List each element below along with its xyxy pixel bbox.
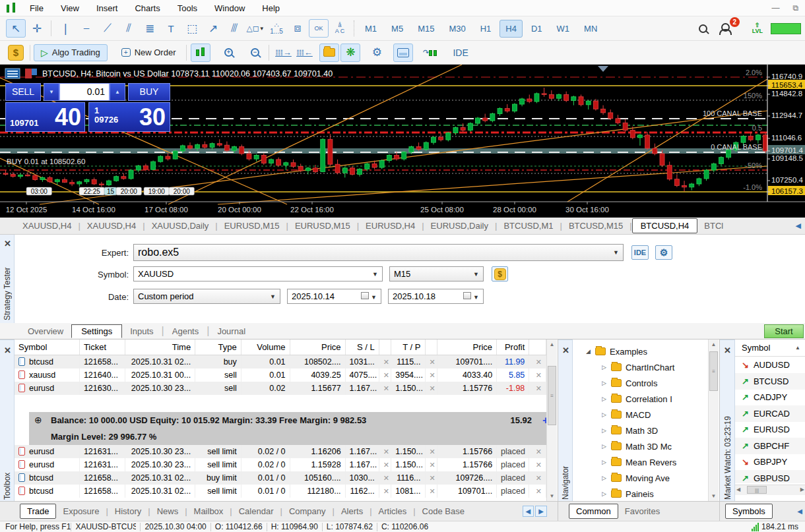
sell-price-display[interactable]: 109701 40: [5, 102, 85, 132]
volume-down-button[interactable]: ▼: [44, 83, 59, 101]
timeframe-h1[interactable]: H1: [474, 20, 498, 38]
tester-tab-journal[interactable]: Journal: [209, 325, 253, 338]
navigator-close-icon[interactable]: ✕: [562, 345, 569, 355]
tester-tab-overview[interactable]: Overview: [20, 325, 71, 338]
abc-objects-tool-icon[interactable]: åA C: [330, 19, 350, 38]
remove-sl-icon[interactable]: ✕: [379, 458, 391, 471]
buy-price-display[interactable]: 1 09726 30: [88, 102, 170, 132]
table-row[interactable]: btcusd121658...2025.10.31 02...buy0.0110…: [15, 355, 546, 369]
tab-scroll-right-icon[interactable]: ▶: [535, 506, 547, 517]
tree-item-chartinchart[interactable]: ▷ChartInChart: [602, 359, 708, 375]
scroll-down-icon[interactable]: ▼: [709, 491, 719, 501]
chart-tab-scroll-left-icon[interactable]: ◀: [792, 222, 805, 230]
market-watch-row-cadjpy[interactable]: ↗CADJPY: [735, 389, 805, 405]
expand-icon[interactable]: ▷: [602, 364, 610, 370]
chart-window-tool-icon[interactable]: ⧈: [288, 19, 307, 38]
tree-item-correlation-i[interactable]: ▷Correlation I: [602, 391, 708, 407]
chart-tab-4[interactable]: EURUSD,M15: [288, 219, 357, 233]
tab-articles[interactable]: Articles: [372, 504, 414, 518]
market-watch-hscrollbar[interactable]: ◀ ||| ▶: [735, 485, 805, 495]
table-row[interactable]: eurusd121631...2025.10.30 23...sell limi…: [15, 458, 546, 471]
close-position-icon[interactable]: ✕: [529, 355, 546, 369]
table-row[interactable]: xauusd121640...2025.10.31 00...sell0.014…: [15, 369, 546, 382]
chart-tab-3[interactable]: EURUSD,M15: [218, 219, 286, 233]
settings-gear-icon[interactable]: ⚙: [367, 44, 387, 62]
symbol-dollar-button[interactable]: $: [492, 266, 508, 281]
tester-tab-inputs[interactable]: Inputs: [122, 325, 161, 338]
timeframe-m30[interactable]: M30: [443, 20, 471, 38]
expand-icon[interactable]: ▷: [602, 411, 610, 418]
expand-icon[interactable]: ▷: [602, 475, 610, 481]
indicators-icon[interactable]: ❋: [340, 44, 360, 62]
remove-tp-icon[interactable]: ✕: [425, 458, 437, 471]
cursor-tool-icon[interactable]: ↖: [6, 19, 26, 38]
chart-tab-2[interactable]: XAUUSD,Daily: [145, 219, 216, 233]
remove-tp-icon[interactable]: ✕: [425, 471, 437, 485]
shift-end-icon[interactable]: 𝍖→: [273, 44, 293, 62]
menu-item-charts[interactable]: Charts: [126, 1, 168, 15]
tab-exposure[interactable]: Exposure: [56, 504, 106, 518]
tree-item-math-3d-mc[interactable]: ▷Math 3D Mc: [602, 438, 708, 454]
horizontal-line-tool-icon[interactable]: ⎯: [77, 19, 96, 38]
market-watch-row-gbpchf[interactable]: ↗GBPCHF: [735, 438, 805, 454]
scrollbar-thumb[interactable]: ≡: [709, 351, 718, 391]
menu-item-view[interactable]: View: [52, 1, 88, 15]
tree-item-moving-ave[interactable]: ▷Moving Ave: [602, 470, 708, 486]
remove-sl-icon[interactable]: ✕: [379, 445, 391, 458]
tree-item-examples[interactable]: ◢Examples: [586, 343, 708, 359]
chart-tab-9[interactable]: BTCUSD,H4: [632, 218, 698, 233]
restore-icon[interactable]: ⧉: [786, 3, 805, 13]
tab-trade[interactable]: Trade: [20, 504, 56, 519]
expand-icon[interactable]: ▷: [602, 490, 610, 497]
trendline-tool-icon[interactable]: ⟋: [98, 19, 117, 38]
lvl-icon[interactable]: ⇧LVL: [752, 22, 763, 34]
remove-tp-icon[interactable]: ✕: [425, 382, 437, 395]
tab-calendar[interactable]: Calendar: [232, 504, 280, 518]
volume-input[interactable]: 0.01: [59, 83, 110, 101]
tab-news[interactable]: News: [150, 504, 185, 518]
menu-item-insert[interactable]: Insert: [88, 1, 127, 15]
profiles-folder-icon[interactable]: [319, 44, 339, 62]
market-watch-row-eurusd[interactable]: ↗EURUSD: [735, 421, 805, 438]
algo-trading-button[interactable]: ▷Algo Trading: [34, 44, 108, 61]
tab-scroll-left-icon[interactable]: ◀: [797, 508, 802, 515]
date-mode-combo[interactable]: Custom period▼: [133, 289, 280, 304]
close-position-icon[interactable]: ✕: [529, 485, 546, 498]
remove-tp-icon[interactable]: ✕: [425, 445, 437, 458]
candlestick-mode-icon[interactable]: [191, 44, 210, 62]
chart-sync-icon[interactable]: ↷: [420, 44, 439, 62]
timeframe-h4[interactable]: H4: [499, 20, 523, 38]
expand-icon[interactable]: ▷: [602, 427, 610, 434]
scroll-up-icon[interactable]: ▲: [547, 340, 557, 349]
remove-sl-icon[interactable]: ✕: [379, 382, 391, 395]
navigator-scrollbar[interactable]: ▲ ≡ ▼: [708, 340, 719, 501]
table-row[interactable]: eurusd121631...2025.10.30 23...sell limi…: [15, 445, 546, 458]
tester-close-icon[interactable]: ✕: [4, 239, 11, 249]
scrollbar-thumb[interactable]: |||: [747, 486, 767, 494]
toolbox-close-icon[interactable]: ✕: [4, 345, 11, 355]
minimize-icon[interactable]: —: [765, 3, 786, 13]
volume-up-button[interactable]: ▲: [110, 83, 125, 101]
menu-item-file[interactable]: File: [21, 1, 52, 15]
tab-scroll-left-icon[interactable]: ◀: [523, 506, 534, 517]
menu-item-help[interactable]: Help: [253, 1, 288, 15]
scroll-up-icon[interactable]: ▲: [709, 340, 719, 349]
chart-area[interactable]: 2.0%150%100 CANAL BASE0.50 CANAL BASE-50…: [0, 65, 805, 218]
statusbar-symbols[interactable]: XAUUSD-BTCUSD-EURL: [75, 522, 136, 531]
tree-item-math-3d[interactable]: ▷Math 3D: [602, 423, 708, 438]
account-icon[interactable]: 2: [715, 19, 734, 38]
remove-tp-icon[interactable]: ✕: [425, 355, 437, 369]
chart-tab-7[interactable]: BTCUSD,M1: [497, 219, 560, 233]
tree-item-paineis[interactable]: ▷Paineis: [602, 486, 708, 501]
close-position-icon[interactable]: ✕: [529, 369, 546, 382]
market-watch-toggle-icon[interactable]: $: [6, 44, 26, 62]
market-watch-row-gbpjpy[interactable]: ↘GBPJPY: [735, 454, 805, 470]
timeframe-mn[interactable]: MN: [578, 20, 603, 38]
ide-open-button[interactable]: IDE: [631, 245, 649, 260]
text-tool-icon[interactable]: T: [161, 19, 181, 38]
tab-code-base[interactable]: Code Base: [416, 504, 471, 518]
tab-history[interactable]: History: [108, 504, 148, 518]
tester-panel-toggle-icon[interactable]: [393, 44, 413, 62]
tab-common[interactable]: Common: [569, 504, 618, 519]
zoom-in-icon[interactable]: +: [218, 44, 238, 62]
